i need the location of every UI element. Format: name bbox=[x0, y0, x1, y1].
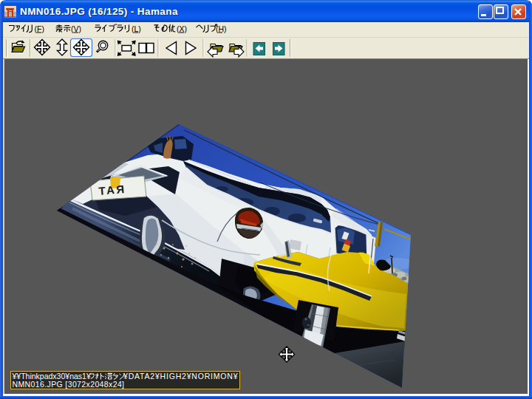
svg-text:¥DATA2¥HIGH2¥NORIMON¥: ¥DATA2¥HIGH2¥NORIMON¥ bbox=[123, 372, 238, 381]
svg-text:TAЯ: TAЯ bbox=[98, 183, 127, 197]
svg-text:(X): (X) bbox=[177, 24, 187, 33]
svg-text:NMN016.JPG [3072x2048x24]: NMN016.JPG [3072x2048x24] bbox=[13, 380, 125, 389]
svg-text:(L): (L) bbox=[132, 24, 141, 33]
svg-text:¥¥Thinkpadx30¥nas1¥: ¥¥Thinkpadx30¥nas1¥ bbox=[12, 372, 91, 381]
svg-text:(H): (H) bbox=[216, 24, 227, 33]
svg-text:(V): (V) bbox=[71, 24, 81, 33]
svg-text:(F): (F) bbox=[35, 24, 44, 33]
